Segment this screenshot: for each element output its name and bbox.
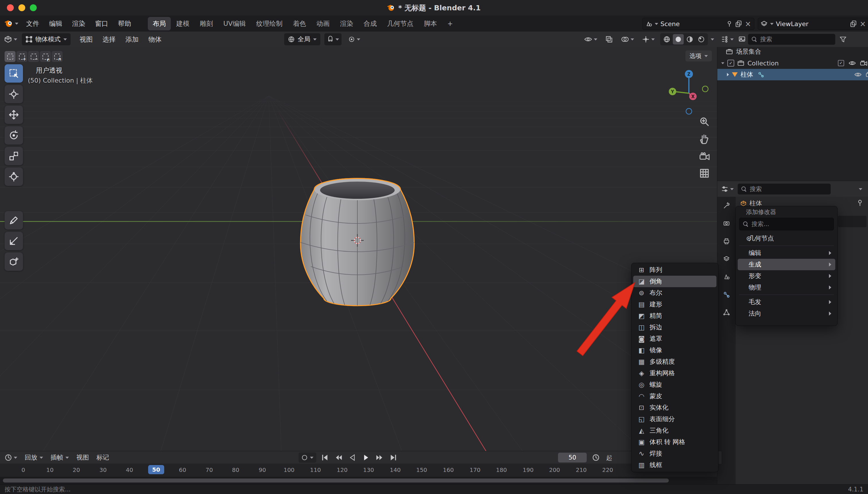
pin-id-icon[interactable]	[856, 199, 864, 207]
properties-tab-render[interactable]	[722, 218, 732, 228]
collection-exclude-checkbox[interactable]	[838, 60, 844, 66]
viewport-3d[interactable]: 用户透视 (50) Collection | 柱体 选项	[0, 47, 717, 451]
tool-cursor[interactable]	[5, 85, 23, 103]
gizmo-y-label[interactable]: Y	[671, 89, 675, 94]
previous-keyframe-button[interactable]	[333, 452, 344, 463]
current-frame-indicator[interactable]: 50	[148, 465, 164, 474]
next-keyframe-button[interactable]	[374, 452, 385, 463]
menu-edit[interactable]: 编辑	[44, 16, 67, 32]
select-mode-subtract-button[interactable]	[28, 51, 39, 62]
select-mode-extend-button[interactable]	[16, 51, 27, 62]
pan-view-icon[interactable]	[699, 134, 709, 144]
new-viewlayer-icon[interactable]	[850, 20, 857, 27]
modifier-menu-item-generate[interactable]: 生成	[738, 259, 835, 270]
menu-help[interactable]: 帮助	[113, 16, 136, 32]
proportional-edit-toggle[interactable]	[346, 33, 363, 45]
workspace-tab-layout[interactable]: 布局	[148, 17, 171, 31]
menu-render[interactable]: 渲染	[67, 16, 90, 32]
modifier-menu-item-edit[interactable]: 编辑	[738, 247, 835, 259]
generate-item-multiresolution[interactable]: ▦多级精度	[633, 356, 717, 367]
add-modifier-button[interactable]	[838, 216, 867, 227]
shading-wireframe-button[interactable]	[661, 34, 672, 44]
workspace-tab-compositing[interactable]: 合成	[359, 17, 382, 31]
generate-item-edge-split[interactable]: ◫拆边	[633, 322, 717, 333]
current-frame-field[interactable]: 50	[558, 453, 587, 462]
generate-item-bevel[interactable]: ◪倒角	[633, 276, 717, 287]
jump-to-start-button[interactable]	[319, 452, 330, 463]
jump-to-end-button[interactable]	[388, 452, 399, 463]
shading-options-chevron[interactable]	[711, 38, 714, 40]
workspace-tab-uv-editing[interactable]: UV编辑	[218, 17, 251, 31]
remove-viewlayer-icon[interactable]	[859, 20, 867, 27]
shading-material-button[interactable]	[684, 34, 695, 44]
modifier-menu-item-deform[interactable]: 形变	[738, 270, 835, 282]
workspace-tab-geometry-nodes[interactable]: 几何节点	[382, 17, 419, 31]
outliner-display-mode-icon[interactable]	[738, 36, 746, 43]
workspace-tab-shading[interactable]: 着色	[288, 17, 311, 31]
unlink-scene-icon[interactable]	[744, 20, 752, 27]
gizmo-x-label[interactable]: X	[691, 94, 695, 99]
generate-item-remesh[interactable]: ◈重构网格	[633, 367, 717, 379]
workspace-tab-sculpting[interactable]: 雕刻	[195, 17, 218, 31]
workspace-tab-scripting[interactable]: 脚本	[419, 17, 442, 31]
hide-in-viewport-icon[interactable]	[849, 60, 856, 66]
properties-tab-output[interactable]	[722, 236, 732, 246]
timeline-menu-marker[interactable]: 标记	[96, 453, 109, 462]
new-scene-icon[interactable]	[735, 20, 742, 27]
outliner-row-collection[interactable]: Collection	[717, 57, 868, 69]
properties-search-input[interactable]: 搜索	[738, 184, 831, 194]
select-mode-invert-button[interactable]	[40, 51, 51, 62]
modifier-menu-item-physics[interactable]: 物理	[738, 282, 835, 293]
zoom-window-button[interactable]	[30, 4, 37, 11]
tool-measure[interactable]	[5, 232, 23, 250]
navigation-gizmo[interactable]: Z Y X	[669, 69, 709, 118]
tool-select-box[interactable]	[5, 64, 23, 83]
generate-item-mirror[interactable]: ◧镜像	[633, 344, 717, 356]
viewport-options-button[interactable]: 选项	[685, 51, 712, 61]
mode-selector[interactable]: 物体模式	[22, 33, 71, 45]
modifier-menu-item-geometry-nodes[interactable]: ⊛ 几何节点	[738, 233, 835, 244]
disable-in-render-icon[interactable]	[860, 60, 867, 66]
menu-window[interactable]: 窗口	[90, 16, 113, 32]
properties-editor-type-button[interactable]	[717, 185, 736, 193]
camera-view-icon[interactable]	[699, 151, 709, 161]
disable-object-render-icon[interactable]	[866, 72, 868, 77]
properties-options-chevron[interactable]	[859, 188, 862, 190]
workspace-tab-texture-paint[interactable]: 纹理绘制	[252, 17, 288, 31]
add-workspace-button[interactable]: +	[443, 18, 458, 30]
object-expand-icon[interactable]	[727, 73, 729, 76]
pin-icon[interactable]	[726, 20, 733, 27]
play-reverse-button[interactable]	[347, 452, 358, 463]
tool-scale[interactable]	[5, 147, 23, 165]
timeline-menu-playback[interactable]: 回放	[25, 453, 43, 462]
timeline-ruler[interactable]: 0 10 20 30 40 50 60 70 80 90 100 110 120…	[0, 463, 717, 477]
select-mode-new-button[interactable]	[5, 51, 16, 62]
gizmos-dropdown[interactable]	[640, 33, 657, 45]
hide-object-icon[interactable]	[854, 72, 862, 77]
gizmo-negative-z[interactable]	[686, 109, 692, 114]
generate-item-build[interactable]: ▤建形	[633, 299, 717, 310]
generate-item-wireframe[interactable]: ▥线框	[633, 459, 717, 471]
overlays-dropdown[interactable]	[618, 33, 636, 45]
workspace-tab-rendering[interactable]: 渲染	[335, 17, 358, 31]
editor-type-button[interactable]	[0, 35, 20, 43]
xray-toggle[interactable]	[603, 33, 615, 45]
tool-rotate[interactable]	[5, 126, 23, 145]
properties-tab-tool[interactable]	[722, 201, 732, 211]
properties-tab-modifier-active[interactable]	[722, 290, 732, 300]
scene-selector[interactable]: Scene	[642, 18, 754, 30]
shading-rendered-button[interactable]	[696, 34, 707, 44]
shading-solid-button[interactable]	[673, 34, 684, 44]
zoom-view-icon[interactable]	[699, 116, 709, 127]
play-button[interactable]	[361, 452, 371, 463]
collection-checkbox[interactable]	[727, 60, 734, 66]
generate-item-decimate[interactable]: ◩精简	[633, 310, 717, 322]
workspace-tab-animation[interactable]: 动画	[312, 17, 335, 31]
menu-add[interactable]: 添加	[121, 32, 144, 47]
menu-select[interactable]: 选择	[97, 32, 121, 47]
timeline-editor-type-button[interactable]	[5, 454, 17, 461]
workspace-tab-modeling[interactable]: 建模	[171, 17, 194, 31]
generate-item-mask[interactable]: ◙遮罩	[633, 333, 717, 344]
generate-item-array[interactable]: ⊞阵列	[633, 264, 717, 276]
generate-item-skin[interactable]: ◠蒙皮	[633, 391, 717, 402]
